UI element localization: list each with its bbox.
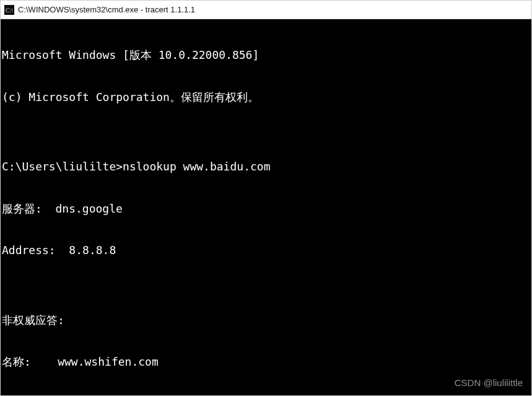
cmd-window: C:\ C:\WINDOWS\system32\cmd.exe - tracer… [0, 0, 532, 396]
window-title: C:\WINDOWS\system32\cmd.exe - tracert 1.… [18, 5, 195, 14]
terminal-line: Address: 8.8.8.8 [2, 244, 530, 258]
terminal-line: 非权威应答: [2, 314, 530, 328]
svg-text:C:\: C:\ [6, 7, 13, 14]
cmd-icon: C:\ [4, 5, 14, 15]
terminal-line: (c) Microsoft Corporation。保留所有权利。 [2, 90, 530, 105]
terminal-line: 服务器: dns.google [2, 202, 530, 216]
terminal-line: Microsoft Windows [版本 10.0.22000.856] [2, 48, 530, 63]
watermark: CSDN @liulilittle [455, 377, 523, 389]
terminal-line: C:\Users\liulilte>nslookup www.baidu.com [2, 160, 530, 174]
terminal-area[interactable]: Microsoft Windows [版本 10.0.22000.856] (c… [1, 19, 531, 395]
terminal-line: 名称: www.wshifen.com [2, 355, 530, 369]
title-bar[interactable]: C:\ C:\WINDOWS\system32\cmd.exe - tracer… [1, 1, 531, 19]
